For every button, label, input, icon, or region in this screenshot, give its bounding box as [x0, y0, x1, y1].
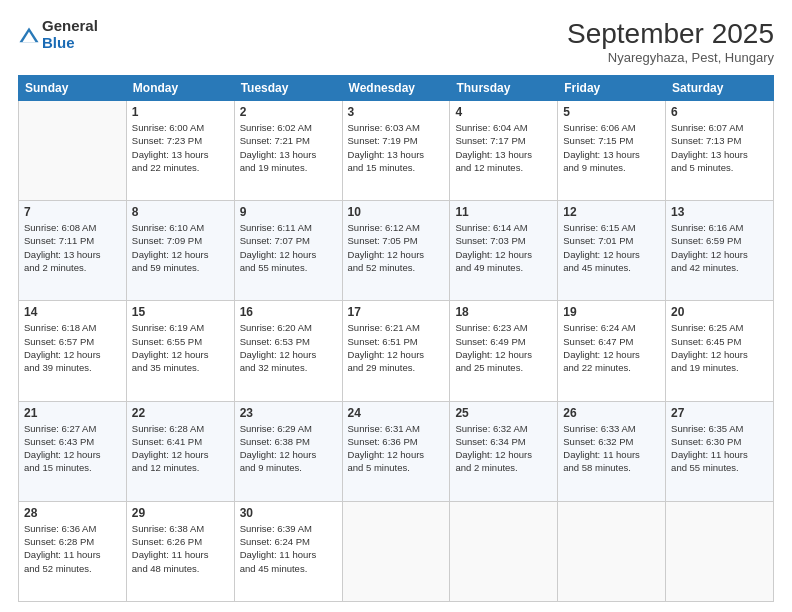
logo-blue: Blue — [42, 35, 98, 52]
calendar-week-3: 14Sunrise: 6:18 AM Sunset: 6:57 PM Dayli… — [19, 301, 774, 401]
cell-info: Sunrise: 6:35 AM Sunset: 6:30 PM Dayligh… — [671, 422, 768, 475]
calendar-cell: 3Sunrise: 6:03 AM Sunset: 7:19 PM Daylig… — [342, 101, 450, 201]
day-number: 29 — [132, 506, 229, 520]
day-number: 23 — [240, 406, 337, 420]
calendar-cell: 27Sunrise: 6:35 AM Sunset: 6:30 PM Dayli… — [666, 401, 774, 501]
header-wednesday: Wednesday — [342, 76, 450, 101]
cell-info: Sunrise: 6:03 AM Sunset: 7:19 PM Dayligh… — [348, 121, 445, 174]
calendar-cell: 5Sunrise: 6:06 AM Sunset: 7:15 PM Daylig… — [558, 101, 666, 201]
cell-info: Sunrise: 6:32 AM Sunset: 6:34 PM Dayligh… — [455, 422, 552, 475]
calendar-cell: 24Sunrise: 6:31 AM Sunset: 6:36 PM Dayli… — [342, 401, 450, 501]
cell-info: Sunrise: 6:08 AM Sunset: 7:11 PM Dayligh… — [24, 221, 121, 274]
cell-info: Sunrise: 6:33 AM Sunset: 6:32 PM Dayligh… — [563, 422, 660, 475]
calendar-cell: 4Sunrise: 6:04 AM Sunset: 7:17 PM Daylig… — [450, 101, 558, 201]
header-friday: Friday — [558, 76, 666, 101]
cell-info: Sunrise: 6:14 AM Sunset: 7:03 PM Dayligh… — [455, 221, 552, 274]
day-number: 15 — [132, 305, 229, 319]
calendar-cell: 9Sunrise: 6:11 AM Sunset: 7:07 PM Daylig… — [234, 201, 342, 301]
cell-info: Sunrise: 6:38 AM Sunset: 6:26 PM Dayligh… — [132, 522, 229, 575]
calendar-cell: 23Sunrise: 6:29 AM Sunset: 6:38 PM Dayli… — [234, 401, 342, 501]
header: General Blue September 2025 Nyaregyhaza,… — [18, 18, 774, 65]
calendar-week-2: 7Sunrise: 6:08 AM Sunset: 7:11 PM Daylig… — [19, 201, 774, 301]
cell-info: Sunrise: 6:18 AM Sunset: 6:57 PM Dayligh… — [24, 321, 121, 374]
cell-info: Sunrise: 6:23 AM Sunset: 6:49 PM Dayligh… — [455, 321, 552, 374]
logo-icon — [18, 26, 40, 48]
calendar-cell: 30Sunrise: 6:39 AM Sunset: 6:24 PM Dayli… — [234, 501, 342, 601]
day-number: 3 — [348, 105, 445, 119]
day-number: 13 — [671, 205, 768, 219]
logo-text: General Blue — [42, 18, 98, 51]
day-number: 16 — [240, 305, 337, 319]
cell-info: Sunrise: 6:12 AM Sunset: 7:05 PM Dayligh… — [348, 221, 445, 274]
calendar-cell: 16Sunrise: 6:20 AM Sunset: 6:53 PM Dayli… — [234, 301, 342, 401]
cell-info: Sunrise: 6:07 AM Sunset: 7:13 PM Dayligh… — [671, 121, 768, 174]
day-number: 12 — [563, 205, 660, 219]
day-number: 11 — [455, 205, 552, 219]
day-number: 21 — [24, 406, 121, 420]
location: Nyaregyhaza, Pest, Hungary — [567, 50, 774, 65]
cell-info: Sunrise: 6:19 AM Sunset: 6:55 PM Dayligh… — [132, 321, 229, 374]
day-number: 28 — [24, 506, 121, 520]
cell-info: Sunrise: 6:20 AM Sunset: 6:53 PM Dayligh… — [240, 321, 337, 374]
calendar-cell — [558, 501, 666, 601]
calendar-cell: 14Sunrise: 6:18 AM Sunset: 6:57 PM Dayli… — [19, 301, 127, 401]
day-number: 2 — [240, 105, 337, 119]
calendar-cell: 21Sunrise: 6:27 AM Sunset: 6:43 PM Dayli… — [19, 401, 127, 501]
header-row: Sunday Monday Tuesday Wednesday Thursday… — [19, 76, 774, 101]
page: General Blue September 2025 Nyaregyhaza,… — [0, 0, 792, 612]
logo: General Blue — [18, 18, 98, 51]
logo-general: General — [42, 18, 98, 35]
calendar-cell: 13Sunrise: 6:16 AM Sunset: 6:59 PM Dayli… — [666, 201, 774, 301]
cell-info: Sunrise: 6:29 AM Sunset: 6:38 PM Dayligh… — [240, 422, 337, 475]
calendar-cell: 2Sunrise: 6:02 AM Sunset: 7:21 PM Daylig… — [234, 101, 342, 201]
calendar-cell: 20Sunrise: 6:25 AM Sunset: 6:45 PM Dayli… — [666, 301, 774, 401]
cell-info: Sunrise: 6:24 AM Sunset: 6:47 PM Dayligh… — [563, 321, 660, 374]
day-number: 14 — [24, 305, 121, 319]
cell-info: Sunrise: 6:28 AM Sunset: 6:41 PM Dayligh… — [132, 422, 229, 475]
month-year: September 2025 — [567, 18, 774, 50]
day-number: 17 — [348, 305, 445, 319]
calendar-cell: 17Sunrise: 6:21 AM Sunset: 6:51 PM Dayli… — [342, 301, 450, 401]
header-saturday: Saturday — [666, 76, 774, 101]
cell-info: Sunrise: 6:10 AM Sunset: 7:09 PM Dayligh… — [132, 221, 229, 274]
calendar-cell: 22Sunrise: 6:28 AM Sunset: 6:41 PM Dayli… — [126, 401, 234, 501]
day-number: 22 — [132, 406, 229, 420]
header-tuesday: Tuesday — [234, 76, 342, 101]
calendar-cell: 19Sunrise: 6:24 AM Sunset: 6:47 PM Dayli… — [558, 301, 666, 401]
cell-info: Sunrise: 6:39 AM Sunset: 6:24 PM Dayligh… — [240, 522, 337, 575]
header-sunday: Sunday — [19, 76, 127, 101]
cell-info: Sunrise: 6:06 AM Sunset: 7:15 PM Dayligh… — [563, 121, 660, 174]
calendar-cell: 7Sunrise: 6:08 AM Sunset: 7:11 PM Daylig… — [19, 201, 127, 301]
cell-info: Sunrise: 6:04 AM Sunset: 7:17 PM Dayligh… — [455, 121, 552, 174]
calendar-cell: 10Sunrise: 6:12 AM Sunset: 7:05 PM Dayli… — [342, 201, 450, 301]
day-number: 9 — [240, 205, 337, 219]
calendar-cell: 15Sunrise: 6:19 AM Sunset: 6:55 PM Dayli… — [126, 301, 234, 401]
calendar-cell: 11Sunrise: 6:14 AM Sunset: 7:03 PM Dayli… — [450, 201, 558, 301]
day-number: 8 — [132, 205, 229, 219]
calendar-cell: 26Sunrise: 6:33 AM Sunset: 6:32 PM Dayli… — [558, 401, 666, 501]
day-number: 7 — [24, 205, 121, 219]
day-number: 24 — [348, 406, 445, 420]
calendar-week-4: 21Sunrise: 6:27 AM Sunset: 6:43 PM Dayli… — [19, 401, 774, 501]
header-thursday: Thursday — [450, 76, 558, 101]
calendar-cell — [666, 501, 774, 601]
day-number: 25 — [455, 406, 552, 420]
day-number: 26 — [563, 406, 660, 420]
calendar-cell: 6Sunrise: 6:07 AM Sunset: 7:13 PM Daylig… — [666, 101, 774, 201]
cell-info: Sunrise: 6:16 AM Sunset: 6:59 PM Dayligh… — [671, 221, 768, 274]
day-number: 4 — [455, 105, 552, 119]
day-number: 6 — [671, 105, 768, 119]
calendar-cell: 28Sunrise: 6:36 AM Sunset: 6:28 PM Dayli… — [19, 501, 127, 601]
calendar-cell: 18Sunrise: 6:23 AM Sunset: 6:49 PM Dayli… — [450, 301, 558, 401]
day-number: 30 — [240, 506, 337, 520]
calendar-cell: 12Sunrise: 6:15 AM Sunset: 7:01 PM Dayli… — [558, 201, 666, 301]
day-number: 5 — [563, 105, 660, 119]
day-number: 1 — [132, 105, 229, 119]
day-number: 18 — [455, 305, 552, 319]
day-number: 19 — [563, 305, 660, 319]
calendar-week-1: 1Sunrise: 6:00 AM Sunset: 7:23 PM Daylig… — [19, 101, 774, 201]
header-monday: Monday — [126, 76, 234, 101]
day-number: 20 — [671, 305, 768, 319]
cell-info: Sunrise: 6:11 AM Sunset: 7:07 PM Dayligh… — [240, 221, 337, 274]
calendar-cell — [450, 501, 558, 601]
